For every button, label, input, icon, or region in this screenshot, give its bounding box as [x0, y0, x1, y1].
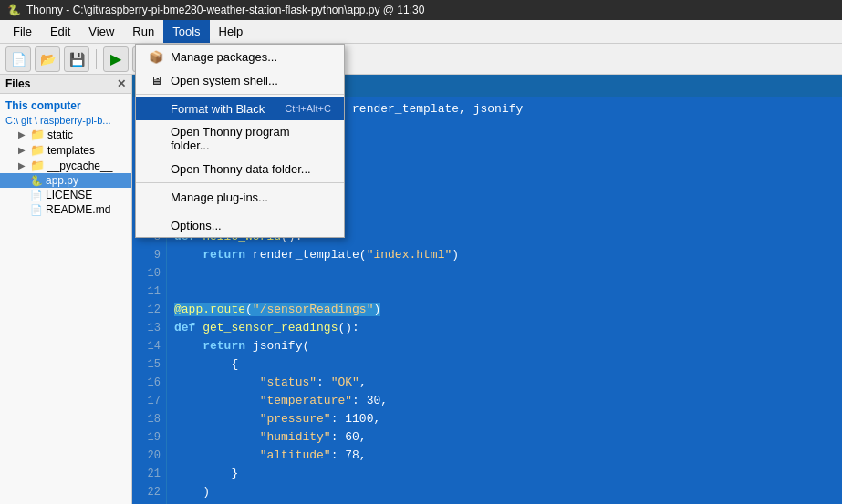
- tree-item-templates[interactable]: ▶ 📁 templates: [0, 142, 131, 158]
- dd-manage-packages-label: Manage packages...: [171, 50, 277, 64]
- dd-format-with-black-shortcut: Ctrl+Alt+C: [285, 103, 331, 114]
- dd-open-thonny-data-folder-label: Open Thonny data folder...: [171, 162, 311, 176]
- tree-item-app-py[interactable]: 🐍 app.py: [0, 173, 131, 188]
- dd-format-with-black-label: Format with Black: [171, 102, 265, 116]
- dd-manage-plug-ins[interactable]: Manage plug-ins...: [136, 185, 344, 209]
- file-icon-readme: 📄: [30, 204, 43, 216]
- options-icon: [149, 218, 163, 232]
- expander-static: ▶: [18, 129, 27, 139]
- menu-view[interactable]: View: [79, 20, 123, 43]
- dd-separator-1: [136, 94, 344, 95]
- menu-help[interactable]: Help: [210, 20, 253, 43]
- file-icon-license: 📄: [30, 190, 43, 201]
- tree-section-this-computer[interactable]: This computer: [0, 98, 131, 114]
- title-text: Thonny - C:\git\raspberry-pi-bme280-weat…: [26, 4, 424, 16]
- files-panel: Files ✕ This computer C:\ git \ raspberr…: [0, 75, 132, 504]
- open-file-button[interactable]: 📂: [35, 46, 60, 72]
- files-tree: This computer C:\ git \ raspberry-pi-b..…: [0, 94, 131, 504]
- menu-file[interactable]: File: [4, 20, 41, 43]
- dd-open-thonny-program-folder[interactable]: Open Thonny program folder...: [136, 120, 344, 157]
- toolbar: 📄 📂 💾 ▶ 🐞: [0, 44, 842, 75]
- dd-options-label: Options...: [171, 219, 222, 232]
- open-thonny-program-folder-icon: [149, 131, 163, 146]
- tree-item-label-static: static: [47, 129, 73, 141]
- folder-icon-pycache: 📁: [30, 159, 45, 172]
- dd-open-system-shell[interactable]: 🖥 Open system shell...: [136, 68, 344, 92]
- expander-pycache: ▶: [18, 160, 27, 170]
- tree-item-label-pycache: __pycache__: [47, 159, 112, 172]
- dd-manage-packages[interactable]: 📦 Manage packages...: [136, 45, 344, 68]
- folder-icon-templates: 📁: [30, 143, 45, 157]
- tree-item-label-app-py: app.py: [46, 174, 78, 187]
- menu-tools[interactable]: Tools: [163, 20, 209, 43]
- app-icon: 🐍: [7, 4, 21, 16]
- menu-edit[interactable]: Edit: [41, 20, 79, 43]
- files-panel-header: Files ✕: [0, 75, 131, 94]
- main-area: Files ✕ This computer C:\ git \ raspberr…: [0, 75, 842, 504]
- run-button[interactable]: ▶: [103, 46, 129, 72]
- folder-icon-static: 📁: [30, 128, 45, 141]
- open-thonny-data-folder-icon: [149, 161, 163, 176]
- tree-path-label[interactable]: C:\ git \ raspberry-pi-b...: [0, 114, 131, 127]
- tree-item-label-templates: templates: [47, 144, 95, 157]
- tools-dropdown: 📦 Manage packages... 🖥 Open system shell…: [135, 44, 345, 238]
- titlebar: 🐍 Thonny - C:\git\raspberry-pi-bme280-we…: [0, 0, 842, 20]
- dd-options[interactable]: Options...: [136, 213, 344, 237]
- dd-open-thonny-program-folder-label: Open Thonny program folder...: [171, 125, 331, 152]
- tree-item-license[interactable]: 📄 LICENSE: [0, 188, 131, 202]
- open-system-shell-icon: 🖥: [149, 73, 163, 87]
- new-file-button[interactable]: 📄: [5, 46, 31, 72]
- expander-templates: ▶: [18, 145, 27, 155]
- menu-run[interactable]: Run: [123, 20, 163, 43]
- tree-item-label-license: LICENSE: [46, 189, 92, 201]
- menubar: File Edit View Run Tools Help: [0, 20, 842, 44]
- dd-separator-3: [136, 211, 344, 211]
- dd-separator-2: [136, 182, 344, 183]
- dd-format-with-black[interactable]: Format with Black Ctrl+Alt+C: [136, 97, 344, 120]
- files-close-button[interactable]: ✕: [117, 77, 126, 90]
- toolbar-separator-1: [96, 49, 97, 69]
- dd-manage-plug-ins-label: Manage plug-ins...: [171, 190, 268, 204]
- file-icon-app-py: 🐍: [30, 175, 43, 187]
- dd-open-thonny-data-folder[interactable]: Open Thonny data folder...: [136, 157, 344, 180]
- format-with-black-icon: [149, 101, 163, 116]
- tree-item-label-readme: README.md: [46, 203, 110, 216]
- dd-open-system-shell-label: Open system shell...: [171, 74, 278, 87]
- tree-item-static[interactable]: ▶ 📁 static: [0, 127, 131, 142]
- tree-item-readme[interactable]: 📄 README.md: [0, 202, 131, 217]
- tree-item-pycache[interactable]: ▶ 📁 __pycache__: [0, 158, 131, 173]
- manage-plug-ins-icon: [149, 190, 163, 204]
- save-file-button[interactable]: 💾: [64, 46, 89, 72]
- manage-packages-icon: 📦: [149, 49, 163, 64]
- files-label: Files: [5, 77, 30, 90]
